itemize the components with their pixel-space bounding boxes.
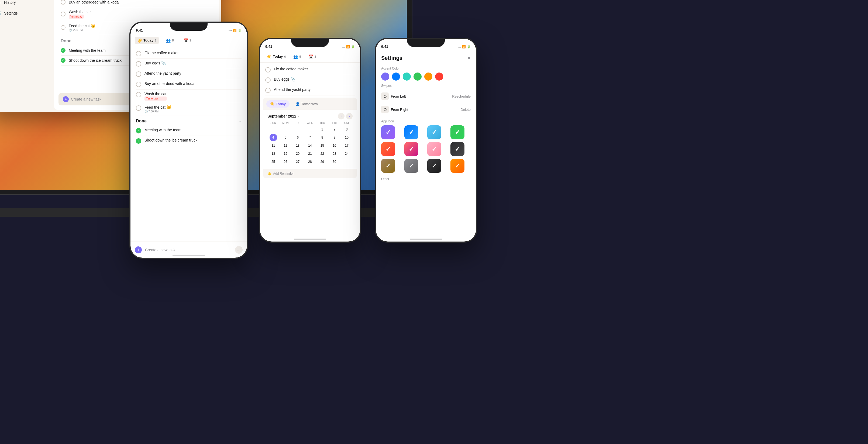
cal-day[interactable]: 24 xyxy=(343,150,350,157)
cal-day[interactable]: 2 xyxy=(331,126,338,133)
cal-day-today[interactable]: 4 xyxy=(270,134,277,141)
tab-shared-2[interactable]: 👥 5 xyxy=(290,53,304,60)
cal-day[interactable]: 21 xyxy=(306,150,314,157)
task-row[interactable]: Buy eggs 📎 xyxy=(136,59,242,69)
cal-day[interactable]: 11 xyxy=(270,142,277,149)
task-checkbox[interactable] xyxy=(136,61,141,67)
swipe-right-info: ⬡ From Right xyxy=(381,106,408,113)
task-row[interactable]: Buy eggs 📎 xyxy=(265,75,355,85)
sidebar-item-settings[interactable]: ⚙️ Settings xyxy=(0,8,52,18)
task-checkbox-done[interactable]: ✓ xyxy=(136,138,141,144)
task-checkbox[interactable] xyxy=(136,105,141,111)
accent-green[interactable] xyxy=(413,72,422,81)
swipe-right-row[interactable]: ⬡ From Right Delete xyxy=(381,103,471,116)
cal-day[interactable]: 13 xyxy=(294,142,302,149)
task-checkbox[interactable] xyxy=(136,51,141,56)
cal-day[interactable]: 5 xyxy=(282,134,289,141)
task-checkbox-done[interactable]: ✓ xyxy=(136,128,141,133)
task-row[interactable]: Feed the cat 🐱 🕐 7:30 PM xyxy=(136,103,242,116)
task-row[interactable]: Attend the yacht party xyxy=(265,85,355,95)
accent-teal[interactable] xyxy=(403,72,411,81)
tab-shared[interactable]: 👥 5 xyxy=(163,37,176,44)
app-icon-pink[interactable]: ✓ xyxy=(404,142,418,156)
app-icon-green[interactable]: ✓ xyxy=(451,125,464,139)
sidebar-item-history[interactable]: ◎ History xyxy=(0,0,52,7)
cal-day[interactable]: 30 xyxy=(331,158,338,165)
cal-day[interactable]: 18 xyxy=(270,150,277,157)
create-plus-button[interactable]: + xyxy=(135,246,142,253)
accent-red[interactable] xyxy=(435,72,443,81)
cal-day[interactable]: 12 xyxy=(282,142,289,149)
task-checkbox-done[interactable]: ✓ xyxy=(61,58,65,63)
task-checkbox[interactable] xyxy=(136,82,141,87)
app-icon-brown[interactable]: ✓ xyxy=(381,159,395,173)
app-icon-gray[interactable]: ✓ xyxy=(404,159,418,173)
task-row[interactable]: Wash the car Yesterday xyxy=(136,90,242,103)
cal-day[interactable]: 25 xyxy=(270,158,277,165)
cal-day[interactable]: 14 xyxy=(306,142,314,149)
task-checkbox[interactable] xyxy=(265,77,271,83)
app-icon-light-pink[interactable]: ✓ xyxy=(427,142,441,156)
app-icon-teal[interactable]: ✓ xyxy=(427,125,441,139)
task-checkbox[interactable] xyxy=(61,0,65,5)
cal-day[interactable]: 17 xyxy=(343,142,350,149)
done-task-row[interactable]: ✓ Meeting with the team xyxy=(136,126,242,136)
cal-day-empty xyxy=(306,126,314,133)
tab-scheduled[interactable]: 📅 3 xyxy=(181,37,194,44)
cal-day[interactable]: 26 xyxy=(282,158,289,165)
cal-day[interactable]: 9 xyxy=(331,134,338,141)
tomorrow-pill[interactable]: 👤 Tomorrow xyxy=(292,100,322,107)
task-checkbox[interactable] xyxy=(265,88,271,93)
swipe-left-row[interactable]: ⬡ From Left Reschedule xyxy=(381,90,471,103)
task-checkbox[interactable] xyxy=(265,67,271,72)
task-row[interactable]: Buy an otherdeed with a koda xyxy=(136,79,242,90)
add-reminder-button[interactable]: 🔔 Add Reminder xyxy=(263,169,357,178)
task-checkbox[interactable] xyxy=(61,25,65,30)
done-section-header[interactable]: Done ⌄ xyxy=(136,119,242,124)
tab-cal-2[interactable]: 📅 3 xyxy=(306,53,319,60)
cal-day[interactable]: 15 xyxy=(318,142,326,149)
cal-day[interactable]: 27 xyxy=(294,158,302,165)
today-pill[interactable]: ☀️ Today xyxy=(266,100,289,107)
app-icon-dark-check[interactable]: ✓ xyxy=(427,159,441,173)
accent-blue[interactable] xyxy=(392,72,400,81)
tab-today-2[interactable]: ☀️ Today 6 xyxy=(264,53,288,60)
cal-day[interactable]: 23 xyxy=(331,150,338,157)
app-icon-purple[interactable]: ✓ xyxy=(381,125,395,139)
task-checkbox-done[interactable]: ✓ xyxy=(61,48,65,53)
accent-purple[interactable] xyxy=(381,72,389,81)
cal-day[interactable]: 22 xyxy=(318,150,326,157)
cal-day[interactable]: 19 xyxy=(282,150,289,157)
cal-prev-button[interactable]: ‹ xyxy=(338,113,344,120)
task-row[interactable]: Wash the car Yesterday xyxy=(61,7,213,21)
cal-day[interactable]: 1 xyxy=(318,126,326,133)
task-row[interactable]: Attend the yacht party xyxy=(136,69,242,79)
accent-orange[interactable] xyxy=(424,72,432,81)
cal-next-button[interactable]: › xyxy=(346,113,352,120)
cal-day[interactable]: 28 xyxy=(306,158,314,165)
task-checkbox[interactable] xyxy=(136,71,141,77)
more-button[interactable]: ··· xyxy=(235,246,243,254)
done-task-row[interactable]: ✓ Shoot down the ice cream truck xyxy=(136,136,242,146)
task-checkbox[interactable] xyxy=(61,11,65,17)
cal-month-header: September 2022 › ‹ › xyxy=(268,113,352,120)
app-icon-orange-red[interactable]: ✓ xyxy=(381,142,395,156)
task-row[interactable]: Fix the coffee maker xyxy=(136,49,242,59)
cal-day[interactable]: 20 xyxy=(294,150,302,157)
task-row[interactable]: Buy an otherdeed with a koda xyxy=(61,0,213,7)
cal-day[interactable]: 3 xyxy=(343,126,350,133)
cal-day[interactable]: 6 xyxy=(294,134,302,141)
app-icon-dark[interactable]: ✓ xyxy=(451,142,464,156)
tab-today[interactable]: ☀️ Today 6 xyxy=(135,37,159,44)
cal-day[interactable]: 7 xyxy=(306,134,314,141)
cal-day[interactable]: 10 xyxy=(343,134,350,141)
close-button[interactable]: ✕ xyxy=(467,56,471,61)
cal-day[interactable]: 29 xyxy=(318,158,326,165)
app-icon-blue[interactable]: ✓ xyxy=(404,125,418,139)
app-icon-orange[interactable]: ✓ xyxy=(451,159,464,173)
cal-day[interactable]: 16 xyxy=(331,142,338,149)
task-checkbox[interactable] xyxy=(136,92,141,97)
create-task-label: Create a new task xyxy=(145,248,232,252)
task-row[interactable]: Fix the coffee maker xyxy=(265,65,355,75)
cal-day[interactable]: 8 xyxy=(318,134,326,141)
